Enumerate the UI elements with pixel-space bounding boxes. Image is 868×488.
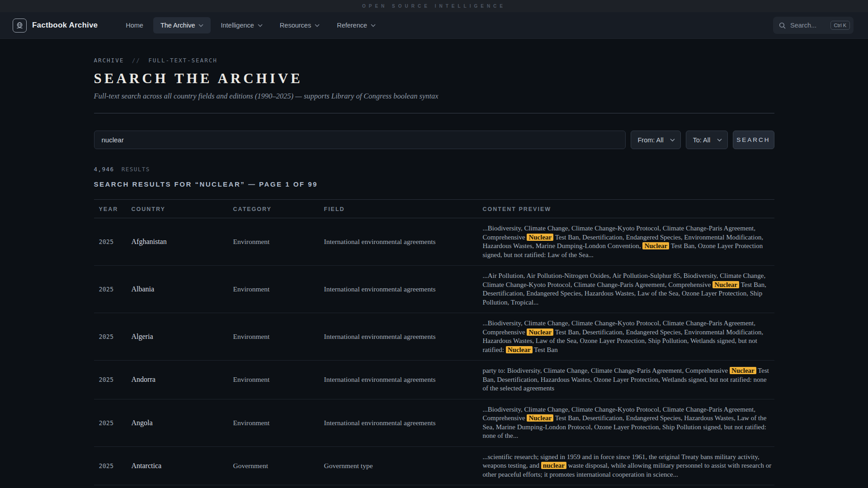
from-year-select[interactable]: From: All: [631, 131, 681, 149]
row-year: 2025: [99, 376, 132, 383]
table-row[interactable]: 2025 Angola Environment International en…: [94, 399, 774, 447]
breadcrumb-archive[interactable]: ARCHIVE: [94, 57, 124, 64]
chevron-down-icon: [258, 24, 263, 27]
navbar-search-placeholder: Search...: [790, 22, 826, 29]
chevron-down-icon: [371, 24, 376, 27]
row-field: International environmental agreements: [324, 238, 483, 246]
row-field: International environmental agreements: [324, 285, 483, 293]
row-country: Andorra: [132, 375, 233, 384]
row-content-preview: ...scientific research; signed in 1959 a…: [483, 453, 774, 479]
keyboard-shortcut-badge: Ctrl K: [830, 21, 850, 30]
row-category: Environment: [233, 333, 324, 341]
globe-book-icon: [15, 21, 24, 30]
table-row[interactable]: 2025 Algeria Environment International e…: [94, 313, 774, 361]
results-table: YEAR COUNTRY CATEGORY FIELD CONTENT PREV…: [94, 199, 774, 488]
column-header-field: FIELD: [324, 206, 483, 212]
table-row[interactable]: 2025 Albania Environment International e…: [94, 266, 774, 313]
row-country: Albania: [132, 285, 233, 293]
row-category: Government: [233, 462, 324, 470]
row-year: 2025: [99, 462, 132, 469]
row-field: International environmental agreements: [324, 419, 483, 427]
results-table-header: YEAR COUNTRY CATEGORY FIELD CONTENT PREV…: [94, 200, 774, 218]
navbar: Factbook Archive Home The Archive Intell…: [0, 12, 868, 39]
query-input[interactable]: [94, 131, 626, 149]
search-term-highlight: Nuclear: [642, 242, 669, 249]
nav-item-the-archive[interactable]: The Archive: [153, 17, 211, 33]
column-header-category: CATEGORY: [233, 206, 324, 212]
results-table-body: 2025 Afghanistan Environment Internation…: [94, 218, 774, 488]
row-year: 2025: [99, 333, 132, 340]
search-term-highlight: Nuclear: [527, 328, 553, 336]
row-field: Government type: [324, 462, 483, 470]
nav-item-home[interactable]: Home: [118, 17, 151, 33]
results-count: 4,946 RESULTS: [94, 166, 774, 173]
row-year: 2025: [99, 286, 132, 293]
chevron-down-icon: [315, 24, 320, 27]
search-term-highlight: Nuclear: [730, 367, 756, 374]
column-header-country: COUNTRY: [132, 206, 233, 212]
to-year-select-wrap: To: All: [686, 131, 728, 149]
chevron-down-icon: [198, 24, 203, 27]
nav-item-intelligence[interactable]: Intelligence: [213, 17, 269, 33]
results-heading: SEARCH RESULTS FOR “NUCLEAR” — PAGE 1 OF…: [94, 180, 774, 188]
row-category: Environment: [233, 285, 324, 293]
search-icon: [779, 22, 786, 29]
main-content: ARCHIVE // FULL-TEXT-SEARCH SEARCH THE A…: [94, 57, 774, 488]
breadcrumb-separator: //: [132, 57, 141, 64]
row-year: 2025: [99, 238, 132, 245]
breadcrumb: ARCHIVE // FULL-TEXT-SEARCH: [94, 57, 774, 64]
search-term-highlight: Nuclear: [527, 414, 553, 422]
nav-item-label: Home: [126, 22, 143, 29]
search-term-highlight: Nuclear: [712, 281, 739, 288]
row-country: Angola: [132, 419, 233, 427]
from-year-select-wrap: From: All: [631, 131, 681, 149]
top-banner: OPEN SOURCE INTELLIGENCE: [0, 0, 868, 12]
row-content-preview: ...Biodiversity, Climate Change, Climate…: [483, 319, 774, 354]
nav-item-label: Reference: [337, 22, 367, 29]
top-banner-label: OPEN SOURCE INTELLIGENCE: [362, 4, 506, 9]
row-field: International environmental agreements: [324, 375, 483, 384]
page-subtitle: Full-text search across all country fiel…: [94, 92, 774, 101]
table-row[interactable]: 2025 Andorra Environment International e…: [94, 361, 774, 399]
table-row[interactable]: 2025 Antigua and Barbuda Environment Int…: [94, 485, 774, 488]
search-term-highlight: Nuclear: [506, 346, 533, 353]
row-category: Environment: [233, 238, 324, 246]
row-country: Algeria: [132, 333, 233, 341]
nav-item-resources[interactable]: Resources: [273, 17, 327, 33]
search-term-highlight: Nuclear: [527, 234, 553, 241]
row-country: Antarctica: [132, 462, 233, 470]
row-country: Afghanistan: [132, 238, 233, 246]
nav-item-reference[interactable]: Reference: [330, 17, 383, 33]
brand-logo[interactable]: [13, 19, 27, 33]
column-header-year: YEAR: [99, 206, 132, 212]
row-field: International environmental agreements: [324, 333, 483, 341]
table-row[interactable]: 2025 Afghanistan Environment Internation…: [94, 218, 774, 266]
breadcrumb-current: FULL-TEXT-SEARCH: [148, 57, 217, 64]
row-content-preview: party to: Biodiversity, Climate Change, …: [483, 366, 774, 393]
table-row[interactable]: 2025 Antarctica Government Government ty…: [94, 447, 774, 486]
nav-item-label: The Archive: [160, 22, 195, 29]
search-term-highlight: nuclear: [541, 462, 566, 469]
search-button[interactable]: SEARCH: [733, 131, 774, 149]
page-title: SEARCH THE ARCHIVE: [94, 70, 774, 87]
row-content-preview: ...Biodiversity, Climate Change, Climate…: [483, 224, 774, 259]
column-header-content-preview: CONTENT PREVIEW: [483, 206, 774, 212]
to-year-select[interactable]: To: All: [686, 131, 728, 149]
nav-item-label: Resources: [280, 22, 311, 29]
row-content-preview: ...Biodiversity, Climate Change, Climate…: [483, 405, 774, 441]
section-divider: [94, 113, 774, 113]
results-count-number: 4,946: [94, 166, 114, 173]
row-category: Environment: [233, 419, 324, 427]
search-form: From: All To: All SEARCH: [94, 131, 774, 149]
brand-title[interactable]: Factbook Archive: [32, 21, 98, 30]
nav-item-label: Intelligence: [221, 22, 254, 29]
nav-items: Home The Archive Intelligence Resources …: [118, 17, 383, 33]
row-category: Environment: [233, 375, 324, 384]
navbar-search[interactable]: Search... Ctrl K: [773, 17, 854, 34]
results-count-label: RESULTS: [122, 166, 150, 173]
row-content-preview: ...Air Pollution, Air Pollution-Nitrogen…: [483, 272, 774, 307]
row-year: 2025: [99, 419, 132, 427]
